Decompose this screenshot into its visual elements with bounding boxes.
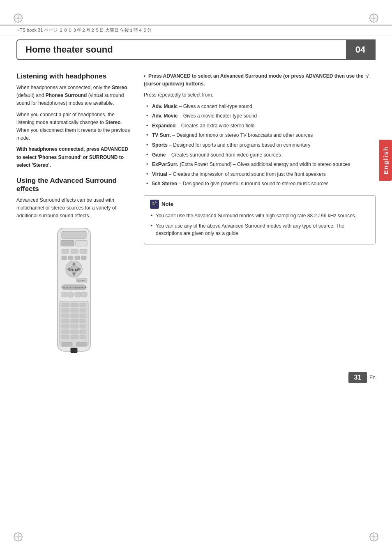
- svg-text:–: –: [62, 286, 64, 289]
- svg-rect-51: [71, 319, 78, 323]
- page-footer: 31 En: [16, 372, 376, 383]
- item-desc-expwrsurr: (Extra Power Surround) – Gives additiona…: [180, 161, 350, 167]
- corner-mark-bl: [12, 531, 24, 543]
- item-desc-sports: – Designed for sports and other programs…: [169, 142, 310, 148]
- svg-rect-21: [75, 256, 80, 260]
- section1-title: Listening with headphones: [16, 72, 131, 81]
- remote-control-image: ENTER SOUND MASTER VOLUME – +: [49, 228, 99, 355]
- item-desc-virtual: – Creates the impression of surround sou…: [168, 171, 325, 177]
- svg-text:MASTER VOLUME: MASTER VOLUME: [63, 286, 85, 289]
- svg-text:SOUND: SOUND: [77, 279, 86, 282]
- svg-rect-56: [62, 330, 69, 334]
- section1-body1: When headphones are connected, only the …: [16, 84, 131, 108]
- note-icon: [150, 200, 159, 209]
- corner-mark-br: [368, 531, 380, 543]
- svg-rect-49: [80, 314, 85, 318]
- svg-rect-55: [80, 325, 85, 328]
- meta-bar-text: HTS.book 31 ページ ２００３年２月２５日 火曜日 午後１時４５分: [16, 27, 152, 33]
- svg-rect-22: [81, 256, 86, 260]
- right-column: • Press ADVANCED to select an Advanced S…: [144, 72, 376, 355]
- svg-rect-60: [71, 335, 78, 339]
- svg-rect-54: [71, 325, 78, 328]
- list-item-sports: Sports – Designed for sports and other p…: [145, 141, 376, 149]
- item-label-virtual: Virtual: [152, 171, 167, 177]
- svg-rect-15: [76, 240, 87, 246]
- list-item-tv-surr: TV Surr. – Designed for mono or stereo T…: [145, 131, 376, 139]
- svg-rect-45: [71, 309, 78, 312]
- svg-rect-43: [80, 303, 85, 307]
- item-label-expanded: Expanded: [152, 123, 175, 129]
- svg-rect-57: [71, 330, 78, 334]
- svg-point-37: [68, 292, 74, 297]
- note-box: Note You can't use the Advanced Surround…: [144, 195, 376, 244]
- svg-rect-53: [62, 325, 69, 328]
- svg-rect-44: [62, 309, 69, 312]
- svg-rect-64: [71, 348, 77, 353]
- note-header: Note: [150, 200, 369, 209]
- svg-rect-47: [62, 314, 69, 318]
- item-label-game: Game: [152, 152, 166, 158]
- svg-rect-62: [62, 342, 72, 346]
- meta-bar: HTS.book 31 ページ ２００３年２月２５日 火曜日 午後１時４５分: [0, 25, 392, 35]
- page-header: Home theater sound 04: [16, 39, 376, 60]
- item-desc-adv-music: – Gives a concert hall-type sound: [179, 104, 252, 109]
- page-title-area: Home theater sound: [17, 40, 346, 59]
- section2-body: Advanced Surround effects can be used wi…: [16, 196, 131, 220]
- item-label-expwrsurr: ExPwrSurr.: [152, 161, 178, 167]
- svg-rect-50: [62, 319, 69, 323]
- item-desc-tv-surr: – Designed for mono or stereo TV broadca…: [172, 132, 313, 138]
- item-desc-expanded: – Creates an extra wide stereo field: [177, 123, 255, 129]
- svg-rect-59: [62, 335, 69, 339]
- page-number: 31: [348, 372, 367, 383]
- svg-rect-48: [71, 314, 78, 318]
- page-title: Home theater sound: [25, 44, 113, 55]
- note-item-1: You can't use the Advanced Surround mode…: [150, 212, 369, 220]
- list-item-virtual: Virtual – Creates the impression of surr…: [145, 170, 376, 178]
- svg-rect-19: [62, 256, 67, 260]
- svg-rect-41: [62, 303, 69, 307]
- svg-rect-14: [61, 240, 74, 246]
- list-item-5ch-stereo: 5ch Stereo – Designed to give powerful s…: [145, 180, 376, 188]
- item-label-tv-surr: TV Surr.: [152, 132, 171, 138]
- bold-phones-surround: Phones Surround: [46, 92, 87, 98]
- list-item-game: Game – Creates surround sound from video…: [145, 151, 376, 159]
- right-intro-bullet: • Press ADVANCED to select an Advanced S…: [144, 72, 376, 88]
- chapter-badge: 04: [346, 40, 375, 59]
- svg-rect-38: [75, 292, 81, 297]
- note-item-2: You can use any of the above Advanced Su…: [150, 222, 369, 237]
- item-label-adv-movie: Adv. Movie: [152, 113, 178, 119]
- note-list: You can't use the Advanced Surround mode…: [150, 212, 369, 237]
- svg-rect-42: [71, 303, 78, 307]
- svg-rect-18: [80, 249, 87, 253]
- list-item-adv-music: Adv. Music – Gives a concert hall-type s…: [145, 103, 376, 111]
- bold-stereo: Stereo: [112, 85, 127, 90]
- svg-rect-61: [80, 335, 85, 339]
- svg-text:ENTER: ENTER: [68, 268, 79, 272]
- list-item-expanded: Expanded – Creates an extra wide stereo …: [145, 122, 376, 130]
- corner-mark-tl: [12, 12, 24, 24]
- right-intro-bullet-text: Press ADVANCED to select an Advanced Sur…: [144, 73, 371, 87]
- surround-modes-list: Adv. Music – Gives a concert hall-type s…: [144, 103, 376, 188]
- item-desc-adv-movie: – Gives a movie theater-type sound: [179, 113, 257, 119]
- svg-rect-36: [62, 292, 67, 297]
- item-label-sports: Sports: [152, 142, 168, 148]
- svg-rect-17: [71, 249, 78, 253]
- section2-title: Using the Advanced Surround effects: [16, 177, 131, 193]
- list-item-adv-movie: Adv. Movie – Gives a movie theater-type …: [145, 112, 376, 120]
- svg-rect-16: [62, 249, 69, 253]
- item-label-adv-music: Adv. Music: [152, 104, 178, 109]
- page-label: En: [369, 375, 376, 380]
- svg-rect-58: [80, 330, 85, 334]
- svg-rect-40: [60, 301, 88, 346]
- item-desc-game: – Creates surround sound from video game…: [167, 152, 281, 158]
- svg-rect-52: [80, 319, 85, 323]
- section1-body2: When you connect a pair of headphones, t…: [16, 111, 131, 143]
- main-content: Listening with headphones When headphone…: [16, 72, 376, 355]
- corner-mark-tr: [368, 12, 380, 24]
- note-label: Note: [161, 201, 173, 207]
- item-label-5ch-stereo: 5ch Stereo: [152, 181, 177, 187]
- section1-bullet1: With headphones connected, press ADVANCE…: [16, 145, 131, 169]
- svg-rect-63: [76, 342, 87, 346]
- bold-stereo2: Stereo: [105, 120, 120, 125]
- svg-rect-39: [81, 292, 87, 297]
